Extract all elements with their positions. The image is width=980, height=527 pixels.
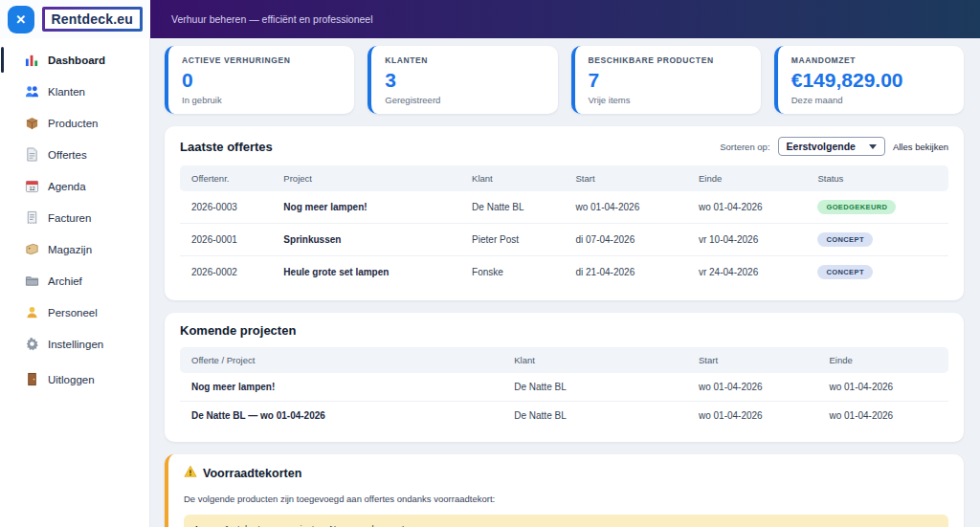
- offer-client-cell: Pieter Post: [460, 224, 564, 256]
- sidebar-item-facturen[interactable]: Facturen: [0, 202, 149, 233]
- stat-card-klanten: KLANTEN 3 Geregistreerd: [368, 46, 557, 114]
- sidebar-item-label: Magazijn: [48, 244, 92, 255]
- sidebar-item-label: Offertes: [48, 149, 87, 161]
- column-header-project[interactable]: Project: [272, 165, 460, 191]
- sort-select[interactable]: Eerstvolgende: [778, 137, 885, 156]
- sidebar-item-archief[interactable]: Archief: [0, 265, 149, 296]
- table-row[interactable]: De Natte BL — wo 01-04-2026 De Natte BL …: [180, 402, 948, 430]
- offer-project-cell: Nog meer lampen!: [272, 191, 460, 224]
- sort-select-value: Eerstvolgende: [787, 141, 856, 152]
- staff-icon: [25, 305, 39, 319]
- invoices-icon: [25, 210, 39, 225]
- column-header-klant[interactable]: Klant: [502, 347, 687, 373]
- sidebar-item-label: Personeel: [48, 307, 98, 318]
- section-title-komende-projecten: Komende projecten: [180, 323, 296, 338]
- warning-icon: [184, 465, 197, 482]
- sidebar-item-personeel[interactable]: Personeel: [0, 296, 149, 328]
- column-header-einde[interactable]: Einde: [687, 165, 806, 191]
- sidebar-item-klanten[interactable]: Klanten: [0, 76, 149, 107]
- offer-start-cell: di 07-04-2026: [564, 224, 686, 256]
- offer-client-cell: De Natte BL: [460, 191, 564, 224]
- sidebar-item-label: Uitloggen: [48, 374, 95, 385]
- top-bar-left: ✕ Rentdeck.eu: [0, 0, 150, 38]
- view-all-link[interactable]: Alles bekijken: [893, 142, 948, 152]
- latest-offers-card: Laatste offertes Sorteren op: Eerstvolge…: [165, 126, 964, 300]
- logo: Rentdeck.eu: [42, 7, 143, 32]
- sidebar-item-label: Archief: [48, 275, 82, 287]
- sidebar-item-label: Agenda: [48, 181, 86, 192]
- project-start-cell: wo 01-04-2026: [687, 402, 818, 430]
- offer-end-cell: vr 24-04-2026: [687, 256, 806, 289]
- stat-value: €149,829.00: [791, 69, 950, 92]
- stock-shortage-card: Voorraadtekorten De volgende producten z…: [165, 454, 964, 527]
- project-name-cell: Nog meer lampen!: [180, 373, 502, 402]
- chevron-down-icon: [869, 144, 877, 149]
- stat-value: 7: [589, 69, 747, 92]
- table-row[interactable]: 2026-0001 Sprinkussen Pieter Post di 07-…: [180, 224, 948, 256]
- project-start-cell: wo 01-04-2026: [687, 373, 818, 402]
- status-badge: CONCEPT: [817, 232, 872, 247]
- sidebar-item-agenda[interactable]: 12 Agenda: [0, 170, 149, 202]
- offer-end-cell: vr 10-04-2026: [687, 224, 806, 256]
- shortage-detail: : 1× tekort — op projecten: Nog meer lam…: [219, 523, 404, 527]
- offer-start-cell: di 21-04-2026: [564, 256, 686, 289]
- quotes-icon: [25, 147, 39, 162]
- customers-icon: [25, 84, 39, 99]
- shortage-product: Lamp: [195, 523, 219, 527]
- stat-label: MAANDOMZET: [791, 55, 950, 65]
- sidebar-item-label: Producten: [48, 118, 98, 129]
- sidebar-item-uitloggen[interactable]: Uitloggen: [0, 363, 149, 395]
- stat-value: 3: [385, 69, 544, 92]
- main-content: ACTIEVE VERHURINGEN 0 In gebruik KLANTEN…: [150, 38, 980, 527]
- column-header-start[interactable]: Start: [687, 347, 818, 373]
- banner: Verhuur beheren — efficiënt en professio…: [150, 0, 980, 38]
- svg-text:12: 12: [29, 186, 34, 191]
- stat-card-beschikbare-producten: BESCHIKBARE PRODUCTEN 7 Vrije items: [571, 46, 761, 114]
- project-end-cell: wo 01-04-2026: [817, 402, 948, 430]
- table-row[interactable]: 2026-0003 Nog meer lampen! De Natte BL w…: [180, 191, 948, 224]
- offer-number-cell: 2026-0001: [180, 224, 272, 256]
- shortage-item: Lamp: 1× tekort — op projecten: Nog meer…: [184, 515, 948, 527]
- project-client-cell: De Natte BL: [502, 373, 687, 402]
- top-bar: ✕ Rentdeck.eu Verhuur beheren — efficiën…: [0, 0, 980, 38]
- settings-icon: [25, 337, 39, 351]
- upcoming-projects-card: Komende projecten Offerte / Project Klan…: [165, 313, 964, 442]
- stat-sublabel: Vrije items: [589, 95, 747, 105]
- stat-card-maandomzet: MAANDOMZET €149,829.00 Deze maand: [774, 46, 964, 114]
- column-header-start[interactable]: Start: [564, 165, 686, 191]
- sidebar-item-magazijn[interactable]: Magazijn: [0, 233, 149, 265]
- project-name-cell: De Natte BL — wo 01-04-2026: [180, 402, 502, 430]
- tagline: Verhuur beheren — efficiënt en professio…: [171, 13, 373, 25]
- column-header-offerte-project[interactable]: Offerte / Project: [180, 347, 502, 373]
- offer-client-cell: Fonske: [460, 256, 564, 289]
- stat-label: KLANTEN: [385, 55, 544, 65]
- products-icon: [25, 116, 39, 130]
- stat-value: 0: [182, 69, 341, 92]
- offer-start-cell: wo 01-04-2026: [564, 191, 686, 224]
- sidebar-item-label: Instellingen: [48, 339, 103, 350]
- warehouse-icon: [25, 242, 39, 256]
- sidebar-item-instellingen[interactable]: Instellingen: [0, 328, 149, 360]
- offer-project-cell: Heule grote set lampen: [272, 256, 460, 289]
- section-title-laatste-offertes: Laatste offertes: [180, 140, 273, 154]
- sidebar-item-offertes[interactable]: Offertes: [0, 139, 149, 170]
- column-header-status[interactable]: Status: [806, 165, 948, 191]
- close-button[interactable]: ✕: [8, 6, 34, 33]
- table-row[interactable]: Nog meer lampen! De Natte BL wo 01-04-20…: [180, 373, 948, 402]
- projects-table: Offerte / Project Klant Start Einde Nog …: [180, 347, 948, 429]
- stat-sublabel: Deze maand: [791, 95, 950, 105]
- stat-cards: ACTIEVE VERHURINGEN 0 In gebruik KLANTEN…: [165, 46, 964, 114]
- section-title-voorraadtekorten: Voorraadtekorten: [203, 467, 301, 480]
- shortage-description: De volgende producten zijn toegevoegd aa…: [184, 494, 948, 504]
- project-client-cell: De Natte BL: [502, 402, 687, 430]
- status-badge: GOEDGEKEURD: [817, 200, 896, 214]
- offer-project-cell: Sprinkussen: [272, 224, 460, 256]
- column-header-einde[interactable]: Einde: [817, 347, 948, 373]
- column-header-klant[interactable]: Klant: [460, 165, 564, 191]
- sidebar-item-dashboard[interactable]: Dashboard: [0, 44, 149, 76]
- sidebar-item-producten[interactable]: Producten: [0, 107, 149, 139]
- column-header-offertenr[interactable]: Offertenr.: [180, 165, 272, 191]
- sidebar: Dashboard Klanten Producten Offertes 12 …: [0, 38, 150, 527]
- table-row[interactable]: 2026-0002 Heule grote set lampen Fonske …: [180, 256, 948, 289]
- status-badge: CONCEPT: [817, 265, 872, 279]
